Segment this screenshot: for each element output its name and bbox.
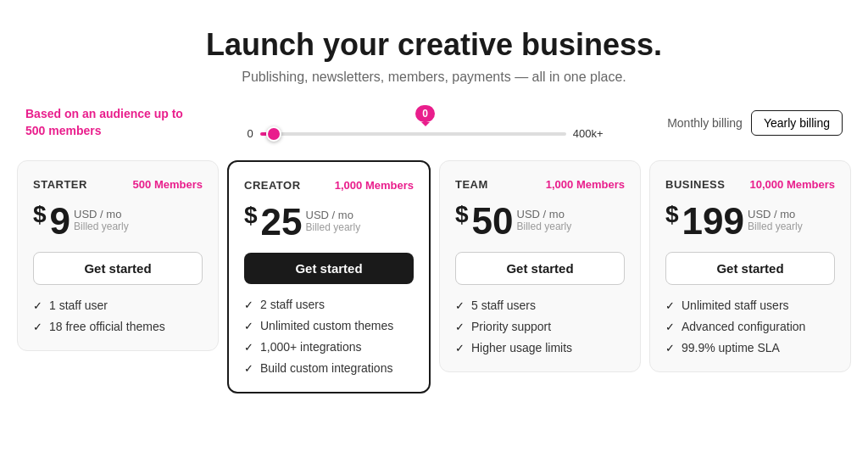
plan-header: CREATOR 1,000 Members: [244, 179, 414, 192]
price-details: USD / mo Billed yearly: [74, 208, 129, 232]
feature-text: 1,000+ integrations: [260, 340, 361, 354]
plan-card-starter: STARTER 500 Members $ 9 USD / mo Billed …: [17, 160, 219, 351]
feature-text: Unlimited custom themes: [260, 319, 393, 332]
plan-name: STARTER: [33, 178, 87, 191]
slider-track-row: 0 400k+: [248, 127, 604, 140]
price-amount: 50: [472, 203, 514, 240]
price-usd: USD / mo: [517, 208, 572, 220]
feature-text: 99.9% uptime SLA: [682, 341, 780, 354]
get-started-button[interactable]: Get started: [33, 252, 203, 285]
feature-item: ✓ Build custom integrations: [244, 361, 414, 375]
feature-item: ✓ 5 staff users: [455, 299, 625, 312]
check-icon: ✓: [244, 320, 253, 332]
check-icon: ✓: [455, 342, 465, 354]
plan-card-business: BUSINESS 10,000 Members $ 199 USD / mo B…: [649, 160, 851, 372]
check-icon: ✓: [244, 341, 253, 354]
feature-item: ✓ 1 staff user: [33, 299, 203, 312]
feature-text: Priority support: [471, 320, 551, 333]
feature-text: Advanced configuration: [682, 320, 805, 333]
check-icon: ✓: [33, 299, 42, 312]
audience-prefix: Based on an audience up to: [25, 107, 183, 120]
price-dollar: $: [244, 204, 258, 227]
features-list: ✓ 5 staff users ✓ Priority support ✓ Hig…: [455, 299, 625, 354]
check-icon: ✓: [455, 299, 465, 312]
price-details: USD / mo Billed yearly: [306, 209, 361, 233]
get-started-button[interactable]: Get started: [455, 252, 625, 285]
get-started-button[interactable]: Get started: [665, 252, 835, 285]
price-billed: Billed yearly: [74, 220, 129, 232]
feature-item: ✓ 99.9% uptime SLA: [665, 341, 835, 354]
plan-name: TEAM: [455, 178, 488, 191]
price-amount: 25: [261, 204, 303, 241]
feature-text: 5 staff users: [471, 299, 536, 312]
plan-members: 500 Members: [133, 178, 203, 191]
audience-count: 500: [25, 124, 45, 137]
plan-name: CREATOR: [244, 179, 301, 192]
feature-text: 2 staff users: [260, 298, 325, 311]
page-title: Launch your creative business.: [17, 27, 851, 63]
price-amount: 9: [50, 203, 70, 240]
price-details: USD / mo Billed yearly: [517, 208, 572, 232]
slider-bubble: 0: [415, 105, 435, 122]
check-icon: ✓: [665, 342, 675, 354]
price-dollar: $: [665, 203, 679, 226]
plan-price-row: $ 25 USD / mo Billed yearly: [244, 204, 414, 241]
page-wrapper: Launch your creative business. Publishin…: [0, 0, 868, 419]
check-icon: ✓: [455, 321, 465, 333]
feature-item: ✓ Advanced configuration: [665, 320, 835, 333]
price-billed: Billed yearly: [748, 220, 803, 232]
check-icon: ✓: [244, 362, 253, 375]
audience-suffix: members: [48, 124, 101, 137]
audience-label: Based on an audience up to 500 members: [25, 106, 183, 139]
slider-container: 0 0 400k+: [248, 105, 604, 140]
check-icon: ✓: [665, 299, 675, 312]
billing-toggle: Monthly billing Yearly billing: [667, 110, 843, 136]
price-dollar: $: [455, 203, 469, 226]
feature-item: ✓ Unlimited custom themes: [244, 319, 414, 332]
page-subtitle: Publishing, newsletters, members, paymen…: [17, 70, 851, 85]
price-dollar: $: [33, 203, 47, 226]
feature-text: Unlimited staff users: [682, 299, 789, 312]
check-icon: ✓: [33, 321, 42, 333]
hero-section: Launch your creative business. Publishin…: [17, 27, 851, 85]
features-list: ✓ Unlimited staff users ✓ Advanced confi…: [665, 299, 835, 354]
plan-header: BUSINESS 10,000 Members: [665, 178, 835, 191]
slider-min-label: 0: [248, 127, 253, 140]
feature-text: 18 free official themes: [49, 320, 165, 333]
feature-item: ✓ Priority support: [455, 320, 625, 333]
price-details: USD / mo Billed yearly: [748, 208, 803, 232]
plan-price-row: $ 9 USD / mo Billed yearly: [33, 203, 203, 240]
plan-price-row: $ 50 USD / mo Billed yearly: [455, 203, 625, 240]
plans-row: STARTER 500 Members $ 9 USD / mo Billed …: [17, 160, 851, 393]
monthly-billing-label: Monthly billing: [667, 116, 743, 130]
feature-item: ✓ Higher usage limits: [455, 341, 625, 354]
price-usd: USD / mo: [748, 208, 803, 220]
feature-item: ✓ 1,000+ integrations: [244, 340, 414, 354]
feature-item: ✓ 2 staff users: [244, 298, 414, 311]
plan-name: BUSINESS: [665, 178, 725, 191]
plan-members: 1,000 Members: [335, 179, 414, 192]
price-billed: Billed yearly: [306, 221, 361, 233]
feature-item: ✓ Unlimited staff users: [665, 299, 835, 312]
price-usd: USD / mo: [306, 209, 361, 221]
plan-header: STARTER 500 Members: [33, 178, 203, 191]
plan-card-creator: CREATOR 1,000 Members $ 25 USD / mo Bill…: [227, 160, 431, 393]
controls-row: Based on an audience up to 500 members 0…: [17, 105, 851, 140]
features-list: ✓ 1 staff user ✓ 18 free official themes: [33, 299, 203, 333]
feature-text: 1 staff user: [49, 299, 108, 312]
get-started-button[interactable]: Get started: [244, 253, 414, 284]
yearly-billing-button[interactable]: Yearly billing: [751, 110, 843, 136]
plan-card-team: TEAM 1,000 Members $ 50 USD / mo Billed …: [439, 160, 641, 372]
slider-max-label: 400k+: [573, 127, 604, 140]
check-icon: ✓: [244, 299, 253, 311]
feature-item: ✓ 18 free official themes: [33, 320, 203, 333]
feature-text: Higher usage limits: [471, 341, 572, 354]
audience-slider[interactable]: [260, 132, 566, 136]
price-usd: USD / mo: [74, 208, 129, 220]
plan-members: 10,000 Members: [750, 178, 835, 191]
price-amount: 199: [682, 203, 744, 240]
features-list: ✓ 2 staff users ✓ Unlimited custom theme…: [244, 298, 414, 375]
feature-text: Build custom integrations: [260, 361, 392, 375]
price-billed: Billed yearly: [517, 220, 572, 232]
plan-header: TEAM 1,000 Members: [455, 178, 625, 191]
